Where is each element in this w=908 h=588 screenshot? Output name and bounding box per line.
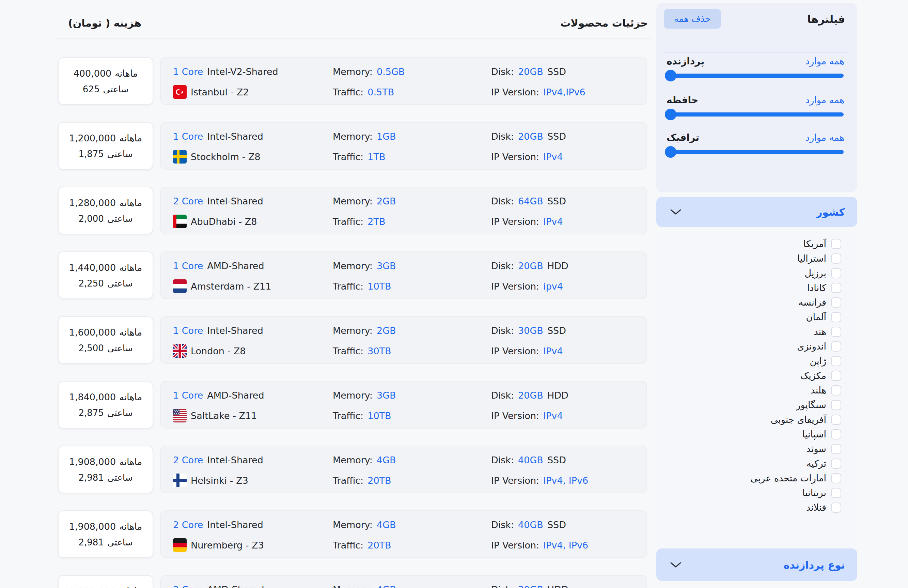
hourly-value: 2,500 bbox=[78, 343, 103, 353]
clear-all-button[interactable]: حذف همه bbox=[664, 9, 721, 29]
country-label: مکزیک bbox=[800, 370, 826, 381]
product-details-card[interactable]: 2 Core AMD-Shared Memory: 4GB Traffic: bbox=[160, 575, 647, 588]
country-checkbox[interactable] bbox=[831, 400, 841, 410]
product-row[interactable]: ماهانه 1,908,000 ساعتی 2,981 2 Core Inte… bbox=[55, 446, 650, 493]
country-row[interactable]: امارات متحده عربی bbox=[656, 471, 857, 485]
traffic-value: 30TB bbox=[367, 346, 391, 356]
country-row[interactable]: اندونزی bbox=[656, 339, 857, 354]
country-checkbox[interactable] bbox=[831, 342, 841, 351]
country-checkbox[interactable] bbox=[831, 488, 841, 498]
hourly-price: ساعتی 625 bbox=[83, 84, 129, 94]
ip-value: IPv4 bbox=[543, 216, 563, 227]
monthly-price: ماهانه 1,200,000 bbox=[69, 133, 142, 143]
memory-line: Memory: 4GB bbox=[333, 454, 396, 466]
disk-value: 40GB bbox=[518, 520, 543, 530]
disk-label: Disk: bbox=[491, 66, 514, 77]
cpu-type-section-header[interactable]: نوع پردازنده bbox=[656, 548, 857, 581]
country-label: آلمان bbox=[806, 312, 826, 322]
country-checkbox[interactable] bbox=[831, 239, 841, 249]
location-line: SaltLake - Z11 bbox=[173, 408, 257, 423]
product-row[interactable]: ماهانه 400,000 ساعتی 625 1 Core Intel-V2… bbox=[55, 57, 650, 105]
country-checkbox[interactable] bbox=[831, 283, 841, 293]
slider-thumb[interactable] bbox=[665, 70, 676, 81]
country-row[interactable]: هند bbox=[656, 324, 857, 339]
slider-thumb[interactable] bbox=[665, 109, 676, 120]
country-row[interactable]: استرالیا bbox=[656, 251, 857, 266]
country-row[interactable]: مکزیک bbox=[656, 368, 857, 383]
monthly-price: ماهانه 1,600,000 bbox=[69, 327, 142, 338]
country-label: اندونزی bbox=[797, 341, 826, 351]
memory-label: Memory: bbox=[333, 584, 373, 588]
country-row[interactable]: آفریقای جنوبی bbox=[656, 412, 857, 427]
country-row[interactable]: ژاپن bbox=[656, 354, 857, 368]
product-row[interactable]: ماهانه 1,908,000 ساعتی 2,981 2 Core Inte… bbox=[55, 510, 650, 558]
country-checkbox[interactable] bbox=[831, 327, 841, 337]
product-details-card[interactable]: 1 Core Intel-Shared Stockholm - Z8 Memor… bbox=[160, 122, 647, 170]
slider-track[interactable] bbox=[667, 74, 844, 78]
core-count: 2 Core bbox=[173, 520, 203, 530]
country-checkbox[interactable] bbox=[831, 371, 841, 381]
product-row[interactable]: ماهانه 1,600,000 ساعتی 2,500 1 Core Inte… bbox=[55, 316, 650, 364]
country-row[interactable]: بریتانیا bbox=[656, 485, 857, 500]
country-row[interactable]: آلمان bbox=[656, 310, 857, 324]
country-row[interactable]: سوئد bbox=[656, 441, 857, 456]
country-row[interactable]: فرانسه bbox=[656, 295, 857, 310]
country-row[interactable]: سنگاپور bbox=[656, 398, 857, 412]
country-checkbox[interactable] bbox=[831, 385, 841, 396]
slider-label: حافظه bbox=[667, 94, 698, 106]
disk-line: Disk: 20GB SSD bbox=[491, 130, 566, 142]
product-row[interactable]: ماهانه 1,920,000 ساعتی 2 Core AMD-Shared bbox=[55, 575, 650, 588]
country-checkbox[interactable] bbox=[831, 459, 841, 469]
product-details-card[interactable]: 1 Core AMD-Shared SaltLake - Z11 Memory:… bbox=[160, 381, 647, 429]
slider-thumb[interactable] bbox=[665, 146, 676, 158]
country-checkbox[interactable] bbox=[831, 312, 841, 322]
country-label: آفریقای جنوبی bbox=[771, 414, 826, 425]
hourly-label: ساعتی bbox=[107, 408, 133, 418]
product-details-card[interactable]: 2 Core Intel-Shared AbuDhabi - Z8 Memory… bbox=[160, 187, 647, 234]
product-row[interactable]: ماهانه 1,440,000 ساعتی 2,250 1 Core AMD-… bbox=[55, 251, 650, 299]
country-checkbox[interactable] bbox=[831, 253, 841, 264]
country-row[interactable]: اسپانیا bbox=[656, 427, 857, 441]
ip-label: IP Version: bbox=[491, 475, 539, 486]
country-row[interactable]: آمریکا bbox=[656, 237, 857, 251]
product-details-card[interactable]: 1 Core Intel-V2-Shared Istanbul - Z2 Mem… bbox=[160, 57, 647, 105]
country-checkbox[interactable] bbox=[831, 429, 841, 440]
location-line: Stockholm - Z8 bbox=[173, 149, 261, 164]
traffic-line: Traffic: 20TB bbox=[333, 473, 391, 488]
country-row[interactable]: فنلاند bbox=[656, 500, 857, 515]
country-row[interactable]: ترکیه bbox=[656, 456, 857, 471]
country-row[interactable]: برزیل bbox=[656, 266, 857, 280]
product-row[interactable]: ماهانه 1,280,000 ساعتی 2,000 2 Core Inte… bbox=[55, 187, 650, 234]
memory-line: Memory: 3GB bbox=[333, 389, 396, 401]
ip-line: IP Version: IPv4,IPv6 bbox=[491, 84, 586, 100]
product-details-card[interactable]: 2 Core Intel-Shared Helsinki - Z3 Memory… bbox=[160, 446, 647, 493]
disk-type-label: SSD bbox=[547, 196, 566, 206]
product-details-card[interactable]: 1 Core AMD-Shared Amsterdam - Z11 Memory… bbox=[160, 251, 647, 299]
country-checkbox[interactable] bbox=[831, 268, 841, 278]
product-row[interactable]: ماهانه 1,200,000 ساعتی 1,875 1 Core Inte… bbox=[55, 122, 650, 170]
country-checkbox[interactable] bbox=[831, 356, 841, 366]
country-checkbox[interactable] bbox=[831, 444, 841, 454]
country-row[interactable]: هلند bbox=[656, 383, 857, 398]
products-panel: هزینه ( تومان) جزئیات محصولات ماهانه 400… bbox=[55, 0, 650, 588]
country-checkbox[interactable] bbox=[831, 503, 841, 513]
country-checkbox[interactable] bbox=[831, 473, 841, 483]
filter-slider-group: ترافیک همه موارد bbox=[656, 131, 857, 154]
country-checkbox[interactable] bbox=[831, 297, 841, 308]
memory-value: 2GB bbox=[377, 196, 396, 206]
disk-label: Disk: bbox=[491, 325, 514, 336]
country-row[interactable]: کانادا bbox=[656, 280, 857, 295]
hourly-price: ساعتی 2,500 bbox=[78, 343, 132, 353]
slider-track[interactable] bbox=[667, 150, 844, 154]
slider-track[interactable] bbox=[667, 113, 844, 116]
location-label: AbuDhabi - Z8 bbox=[191, 216, 257, 227]
product-details-card[interactable]: 1 Core Intel-Shared London - Z8 Memory: … bbox=[160, 316, 647, 364]
location-label: Helsinki - Z3 bbox=[191, 475, 248, 486]
cost-column-header: هزینه ( تومان) bbox=[68, 17, 141, 29]
ip-label: IP Version: bbox=[491, 346, 539, 356]
memory-line: Memory: 4GB bbox=[333, 583, 396, 588]
country-section-header[interactable]: کشور bbox=[656, 197, 857, 227]
country-checkbox[interactable] bbox=[831, 415, 841, 425]
product-details-card[interactable]: 2 Core Intel-Shared Nuremberg - Z3 Memor… bbox=[160, 510, 647, 558]
product-row[interactable]: ماهانه 1,840,000 ساعتی 2,875 1 Core AMD-… bbox=[55, 381, 650, 429]
